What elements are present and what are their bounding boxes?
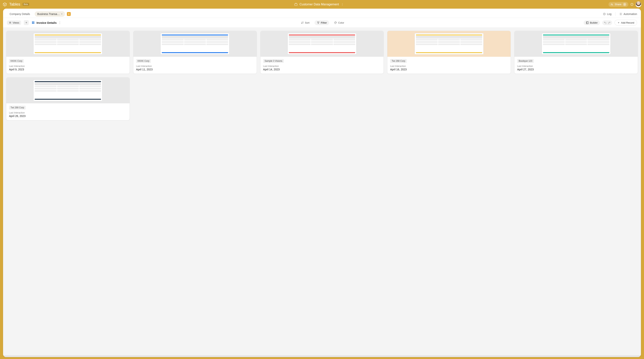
- divider: [615, 12, 616, 16]
- horizontal-scrollbar[interactable]: [3, 355, 641, 357]
- palette-icon: [334, 21, 337, 24]
- svg-rect-10: [33, 23, 34, 24]
- tab-company-details[interactable]: Company Details: [7, 11, 33, 17]
- tab-business-transactions[interactable]: Business Transa… ▾: [35, 11, 65, 17]
- automation-button[interactable]: Automation: [619, 13, 637, 16]
- color-button[interactable]: Color: [332, 20, 346, 25]
- record-card-body: Twi 268 CorpLast InteractionApril 16, 20…: [387, 57, 510, 74]
- filter-icon: [317, 21, 320, 24]
- svg-rect-8: [33, 22, 34, 23]
- briefcase-icon: [294, 3, 298, 6]
- filter-button[interactable]: Filter: [314, 20, 329, 25]
- record-card-body: Sample 3 VisionsLast InteractionApril 14…: [260, 57, 384, 74]
- builder-button[interactable]: Builder: [584, 20, 600, 25]
- automation-label: Automation: [624, 13, 637, 16]
- last-interaction-label: Last Interaction: [517, 65, 635, 68]
- last-interaction-date: April 11, 2023: [136, 68, 254, 71]
- record-company-tag: Sample 3 Visions: [263, 59, 284, 63]
- record-card[interactable]: Boutique 123Last InteractionApril 27, 20…: [514, 31, 638, 74]
- record-card-grid: KKKK CorpLast InteractionApril 9, 2023KK…: [4, 31, 640, 120]
- sort-label: Sort: [305, 21, 310, 24]
- add-view-button[interactable]: +: [24, 20, 29, 25]
- app-topbar: Tables Beta Customer Data Management ⋮ S…: [0, 0, 644, 9]
- record-card-body: KKKK CorpLast InteractionApril 9, 2023: [6, 57, 130, 74]
- last-interaction-date: April 14, 2023: [263, 68, 381, 71]
- tab-active-label: Business Transa…: [38, 13, 60, 16]
- record-card[interactable]: Twi 268 CorpLast InteractionApril 26, 20…: [6, 77, 130, 120]
- last-interaction-label: Last Interaction: [390, 65, 508, 68]
- app-name: Tables: [9, 2, 20, 7]
- record-card-body: Twi 268 CorpLast InteractionApril 26, 20…: [6, 103, 130, 120]
- people-icon: [610, 3, 613, 6]
- last-interaction-date: April 27, 2023: [517, 68, 635, 71]
- chevron-down-icon[interactable]: ▾: [61, 13, 62, 15]
- record-thumbnail: [6, 78, 130, 103]
- gear-icon: [619, 13, 622, 16]
- svg-point-11: [335, 22, 335, 23]
- gallery-view-icon: [32, 21, 35, 24]
- sort-icon: [301, 21, 304, 24]
- record-company-tag: KKKK Corp: [9, 59, 24, 63]
- add-tab-button[interactable]: +: [67, 12, 71, 16]
- record-thumbnail: [134, 31, 257, 57]
- share-button[interactable]: Share 3: [608, 2, 628, 7]
- workspace-panel: Company Details Business Transa… ▾ + Log…: [3, 9, 641, 357]
- undo-redo-group: [602, 20, 612, 25]
- record-card[interactable]: KKKK CorpLast InteractionApril 11, 2023: [133, 31, 257, 74]
- views-label: Views: [13, 21, 19, 24]
- svg-rect-0: [294, 4, 297, 6]
- record-thumbnail: [387, 31, 510, 57]
- log-label: Log: [607, 13, 612, 16]
- svg-point-13: [336, 22, 336, 23]
- record-card[interactable]: Sample 3 VisionsLast InteractionApril 14…: [260, 31, 384, 74]
- user-avatar[interactable]: [636, 2, 641, 7]
- record-thumbnail: [6, 31, 130, 57]
- layout-icon: [586, 21, 589, 24]
- record-card-body: KKKK CorpLast InteractionApril 11, 2023: [134, 57, 257, 74]
- view-toolbar: Views + Invoice Details ⋮ Sort Filter Co…: [3, 18, 641, 28]
- app-logo-icon: [3, 2, 7, 7]
- beta-badge: Beta: [22, 3, 29, 6]
- last-interaction-date: April 16, 2023: [390, 68, 508, 71]
- hamburger-icon: [9, 21, 12, 24]
- svg-point-2: [612, 4, 613, 5]
- workspace-menu-icon[interactable]: ⋮: [341, 3, 344, 6]
- svg-point-1: [611, 4, 612, 4]
- svg-point-6: [620, 14, 621, 14]
- record-company-tag: Twi 268 Corp: [390, 59, 407, 63]
- record-thumbnail: [514, 31, 638, 57]
- log-button[interactable]: Log: [603, 13, 612, 16]
- last-interaction-date: April 9, 2023: [9, 68, 127, 71]
- views-button[interactable]: Views: [7, 21, 21, 25]
- record-company-tag: KKKK Corp: [136, 59, 151, 63]
- color-label: Color: [338, 21, 344, 24]
- help-icon[interactable]: [630, 3, 634, 6]
- filter-label: Filter: [321, 21, 327, 24]
- record-card-body: Boutique 123Last InteractionApril 27, 20…: [514, 57, 638, 74]
- gallery-scroll-area[interactable]: KKKK CorpLast InteractionApril 9, 2023KK…: [3, 28, 641, 355]
- svg-rect-7: [32, 22, 33, 23]
- workspace-title-area[interactable]: Customer Data Management ⋮: [32, 3, 606, 6]
- last-interaction-label: Last Interaction: [9, 65, 127, 68]
- add-record-label: Add Record: [621, 21, 634, 24]
- undo-icon[interactable]: [604, 21, 606, 24]
- sheet-tab-row: Company Details Business Transa… ▾ + Log…: [3, 9, 641, 18]
- svg-rect-9: [32, 23, 33, 24]
- share-count: 3: [623, 3, 626, 6]
- redo-icon[interactable]: [608, 21, 611, 24]
- record-card[interactable]: KKKK CorpLast InteractionApril 9, 2023: [6, 31, 130, 74]
- add-record-button[interactable]: ＋ Add Record: [614, 20, 637, 26]
- view-kebab-icon[interactable]: ⋮: [58, 21, 62, 25]
- record-company-tag: Boutique 123: [517, 59, 534, 63]
- svg-point-4: [632, 5, 632, 5]
- plus-icon: ＋: [617, 21, 620, 24]
- workspace-name: Customer Data Management: [300, 3, 339, 6]
- record-card[interactable]: Twi 268 CorpLast InteractionApril 16, 20…: [387, 31, 511, 74]
- sort-button[interactable]: Sort: [298, 20, 312, 25]
- view-name[interactable]: Invoice Details: [36, 21, 56, 24]
- last-interaction-label: Last Interaction: [9, 111, 127, 114]
- record-thumbnail: [260, 31, 384, 57]
- clock-icon: [603, 13, 606, 16]
- record-company-tag: Twi 268 Corp: [9, 106, 26, 110]
- last-interaction-label: Last Interaction: [263, 65, 381, 68]
